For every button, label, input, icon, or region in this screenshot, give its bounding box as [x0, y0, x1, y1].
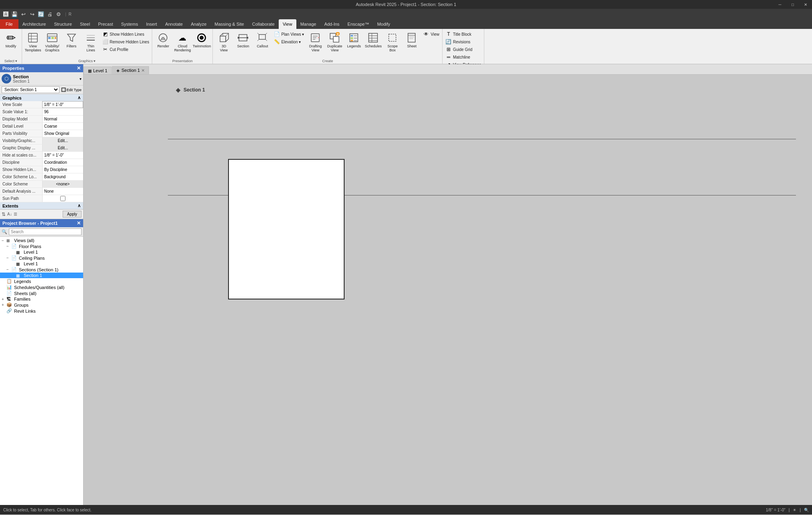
search-input[interactable]	[9, 228, 82, 235]
tree-item-ceiling-level1[interactable]: ▦ Level 1	[0, 261, 83, 267]
visibility-graphics-button[interactable]: Visibility/Graphics	[43, 31, 61, 55]
render-button[interactable]: Render	[154, 31, 172, 55]
sort-alpha-icon[interactable]: A↓	[7, 212, 12, 216]
print-icon[interactable]: 🖨	[46, 10, 54, 18]
cut-profile-button[interactable]: ✂ Cut Profile	[101, 46, 150, 53]
tab-structure[interactable]: Structure	[50, 19, 76, 29]
apply-button[interactable]: Apply	[63, 211, 82, 218]
tab-precast[interactable]: Precast	[94, 19, 117, 29]
scope-box-button[interactable]: ScopeBox	[383, 31, 402, 55]
tab-modify[interactable]: Modify	[373, 19, 394, 29]
drafting-view-button[interactable]: DraftingView	[306, 31, 324, 55]
tab-insert[interactable]: Insert	[142, 19, 161, 29]
app-menu-icon[interactable]: 🅰	[2, 10, 10, 18]
tab-enscape[interactable]: Enscape™	[343, 19, 373, 29]
plan-elevation-col: 📄 Plan Views ▾ 📏 Elevation ▾	[272, 31, 305, 45]
guide-grid-button[interactable]: ⊞ Guide Grid	[444, 46, 482, 53]
matchline-button[interactable]: ═ Matchline	[444, 53, 482, 61]
tree-item-ceiling-plans[interactable]: − 📄 Ceiling Plans	[0, 255, 83, 261]
duplicate-view-button[interactable]: ★ DuplicateView	[325, 31, 344, 55]
tab-massing-site[interactable]: Massing & Site	[210, 19, 248, 29]
tab-annotate[interactable]: Annotate	[161, 19, 187, 29]
project-browser: Project Browser - Project1 ✕ 🔍 − ⊞ Views…	[0, 219, 83, 505]
sync-icon[interactable]: 🔄	[37, 10, 45, 18]
title-block-button[interactable]: T Title Block	[444, 31, 482, 38]
tree-item-families[interactable]: + 🏗 Families	[0, 296, 83, 302]
tree-item-views-all[interactable]: − ⊞ Views (all)	[0, 238, 83, 243]
3d-view-button[interactable]: 3DView	[214, 31, 233, 55]
thin-lines-button[interactable]: ThinLines	[82, 31, 100, 55]
view-templates-button[interactable]: ViewTemplates	[24, 31, 42, 55]
project-browser-close-button[interactable]: ✕	[77, 220, 81, 226]
prop-view-scale-value[interactable]: 1/8" = 1'-0"	[42, 101, 84, 108]
instance-dropdown[interactable]: Section: Section 1	[2, 86, 59, 93]
prop-scale-value: Scale Value 1: 96	[0, 108, 83, 116]
tree-item-floor-level1[interactable]: ▦ Level 1	[0, 249, 83, 255]
section-icon	[237, 31, 249, 44]
save-icon[interactable]: 💾	[10, 10, 18, 18]
tree-item-groups[interactable]: + 📦 Groups	[0, 302, 83, 308]
plan-views-button[interactable]: 📄 Plan Views ▾	[272, 31, 305, 38]
extents-section-collapse[interactable]: ∧	[78, 203, 81, 208]
properties-close-button[interactable]: ✕	[77, 65, 81, 71]
sort-az-icon[interactable]: ⇅	[2, 212, 6, 217]
redo-icon[interactable]: ↪	[28, 10, 36, 18]
minimize-button[interactable]: ─	[773, 0, 786, 9]
twinmotion-button[interactable]: Twinmotion	[192, 31, 211, 55]
tree-item-sheets[interactable]: 📄 Sheets (all)	[0, 290, 83, 296]
revisions-button[interactable]: 🔄 Revisions	[444, 38, 482, 45]
prop-discipline-name: Discipline	[0, 159, 42, 166]
tab-collaborate[interactable]: Collaborate	[248, 19, 279, 29]
schedules-button[interactable]: Schedules	[364, 31, 382, 55]
remove-hidden-lines-button[interactable]: ⬜ Remove Hidden Lines	[101, 38, 150, 45]
tab-steel[interactable]: Steel	[76, 19, 94, 29]
status-model-display: ☀	[793, 508, 796, 512]
view-tab-section1[interactable]: ◈ Section 1 ✕	[112, 66, 149, 74]
tree-item-revit-links[interactable]: 🔗 Revit Links	[0, 308, 83, 314]
elevation-label: Elevation ▾	[281, 40, 301, 44]
tab-analyze[interactable]: Analyze	[187, 19, 210, 29]
tree-item-floor-plans[interactable]: − 📄 Floor Plans	[0, 243, 83, 249]
view-button[interactable]: 👁 View	[422, 31, 441, 38]
properties-scroll: View Scale 1/8" = 1'-0" Scale Value 1: 9…	[0, 101, 83, 202]
tab-addins[interactable]: Add-Ins	[320, 19, 343, 29]
show-hidden-lines-button[interactable]: ◩ Show Hidden Lines	[101, 31, 150, 38]
filters-button[interactable]: Filters	[62, 31, 81, 55]
tree-item-sections[interactable]: − 📄 Sections (Section 1)	[0, 267, 83, 273]
svg-rect-51	[389, 34, 396, 41]
prop-graphic-display-btn[interactable]: Edit...	[42, 145, 83, 151]
maximize-button[interactable]: □	[786, 0, 799, 9]
tree-item-legends[interactable]: 📋 Legends	[0, 278, 83, 284]
render-label: Render	[157, 45, 169, 49]
section1-tab-close[interactable]: ✕	[141, 68, 145, 73]
sort-category-icon[interactable]: ☰	[14, 212, 17, 216]
settings-icon[interactable]: ⚙	[55, 10, 63, 18]
cloud-rendering-button[interactable]: ☁ CloudRendering	[173, 31, 192, 55]
modify-button[interactable]: ✏ Modify	[2, 31, 20, 55]
graphics-section-collapse[interactable]: ∧	[78, 95, 81, 100]
undo-icon[interactable]: ↩	[19, 10, 27, 18]
legends-button[interactable]: Legends	[345, 31, 363, 55]
tab-architecture[interactable]: Architecture	[18, 19, 50, 29]
elevation-button[interactable]: 📏 Elevation ▾	[272, 38, 305, 45]
title-block-icon: T	[445, 31, 452, 37]
tab-systems[interactable]: Systems	[117, 19, 142, 29]
tab-file[interactable]: File	[0, 19, 18, 29]
prop-parts-visibility-name: Parts Visibility	[0, 130, 42, 137]
tree-item-section1[interactable]: ▦ Section 1	[0, 273, 83, 278]
sheet-button[interactable]: Sheet	[402, 31, 421, 55]
close-button[interactable]: ✕	[799, 0, 812, 9]
tab-manage[interactable]: Manage	[296, 19, 320, 29]
prop-visibility-graphic-btn[interactable]: Edit...	[42, 137, 83, 144]
type-dropdown-arrow[interactable]: ▾	[80, 77, 82, 81]
sun-path-checkbox[interactable]	[44, 196, 82, 201]
scope-box-label: ScopeBox	[388, 45, 398, 53]
tree-item-schedules[interactable]: 📊 Schedules/Quantities (all)	[0, 284, 83, 290]
floor-plans-expand: −	[6, 244, 11, 248]
callout-button[interactable]: Callout	[253, 31, 271, 55]
tab-view[interactable]: View	[279, 19, 296, 29]
view-tab-level1[interactable]: ▦ Level 1	[84, 67, 112, 74]
section-button[interactable]: Section	[234, 31, 252, 55]
prop-color-scheme-btn[interactable]: <none>	[42, 181, 83, 187]
status-text: Click to select, Tab for others. Click f…	[3, 508, 92, 512]
